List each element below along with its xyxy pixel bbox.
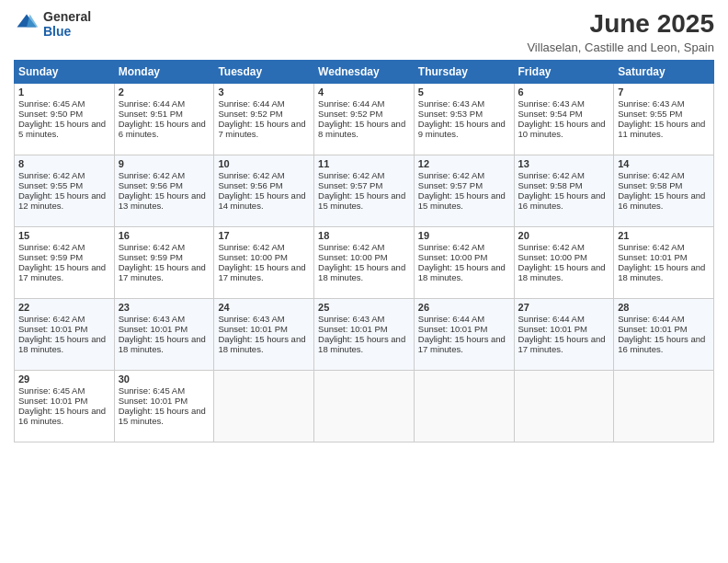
sunrise-text: Sunrise: 6:42 AM xyxy=(18,314,110,324)
sunrise-text: Sunrise: 6:42 AM xyxy=(518,242,610,252)
sunrise-text: Sunrise: 6:42 AM xyxy=(318,242,410,252)
sunrise-text: Sunrise: 6:43 AM xyxy=(418,98,510,109)
sunrise-text: Sunrise: 6:42 AM xyxy=(218,170,310,180)
sunrise-text: Sunrise: 6:45 AM xyxy=(18,98,110,109)
day-number: 6 xyxy=(518,86,610,98)
day-number: 12 xyxy=(418,158,510,169)
weekday-header-thursday: Thursday xyxy=(414,61,514,84)
calendar-cell: 15Sunrise: 6:42 AMSunset: 9:59 PMDayligh… xyxy=(15,227,115,299)
calendar-cell: 28Sunrise: 6:44 AMSunset: 10:01 PMDaylig… xyxy=(614,299,714,371)
sunset-text: Sunset: 10:01 PM xyxy=(119,324,210,334)
daylight-text: Daylight: 15 hours and 18 minutes. xyxy=(119,334,210,354)
svg-marker-1 xyxy=(27,15,38,28)
calendar-cell: 6Sunrise: 6:43 AMSunset: 9:54 PMDaylight… xyxy=(514,84,614,155)
logo: General Blue xyxy=(14,9,91,39)
daylight-text: Daylight: 15 hours and 8 minutes. xyxy=(318,119,410,139)
sunrise-text: Sunrise: 6:44 AM xyxy=(518,314,610,324)
sunrise-text: Sunrise: 6:42 AM xyxy=(119,170,210,180)
calendar-cell: 19Sunrise: 6:42 AMSunset: 10:00 PMDaylig… xyxy=(414,227,514,299)
calendar-cell: 1Sunrise: 6:45 AMSunset: 9:50 PMDaylight… xyxy=(15,84,115,155)
sunrise-text: Sunrise: 6:42 AM xyxy=(418,242,510,252)
sunrise-text: Sunrise: 6:42 AM xyxy=(18,170,110,180)
calendar-cell: 26Sunrise: 6:44 AMSunset: 10:01 PMDaylig… xyxy=(414,299,514,371)
sunset-text: Sunset: 9:58 PM xyxy=(618,180,710,190)
logo-general: General xyxy=(43,9,91,24)
sunrise-text: Sunrise: 6:44 AM xyxy=(418,314,510,324)
daylight-text: Daylight: 15 hours and 6 minutes. xyxy=(119,119,210,139)
daylight-text: Daylight: 15 hours and 13 minutes. xyxy=(119,190,210,211)
calendar-cell xyxy=(314,371,415,442)
sunset-text: Sunset: 10:00 PM xyxy=(318,252,410,262)
sunrise-text: Sunrise: 6:43 AM xyxy=(518,98,610,109)
sunset-text: Sunset: 10:01 PM xyxy=(318,324,410,334)
calendar-cell: 7Sunrise: 6:43 AMSunset: 9:55 PMDaylight… xyxy=(614,84,714,155)
weekday-header-friday: Friday xyxy=(514,61,614,84)
day-number: 29 xyxy=(18,373,110,385)
calendar-row-5: 29Sunrise: 6:45 AMSunset: 10:01 PMDaylig… xyxy=(15,371,714,442)
day-number: 10 xyxy=(218,158,310,169)
sunset-text: Sunset: 9:56 PM xyxy=(218,180,310,190)
daylight-text: Daylight: 15 hours and 18 minutes. xyxy=(318,334,410,354)
daylight-text: Daylight: 15 hours and 15 minutes. xyxy=(418,190,510,211)
day-number: 25 xyxy=(318,302,410,313)
daylight-text: Daylight: 15 hours and 15 minutes. xyxy=(318,190,410,211)
day-number: 11 xyxy=(318,158,410,169)
daylight-text: Daylight: 15 hours and 18 minutes. xyxy=(518,262,610,282)
daylight-text: Daylight: 15 hours and 18 minutes. xyxy=(18,334,110,354)
sunset-text: Sunset: 9:50 PM xyxy=(18,109,110,119)
daylight-text: Daylight: 15 hours and 17 minutes. xyxy=(518,334,610,354)
day-number: 5 xyxy=(418,86,510,98)
day-number: 16 xyxy=(119,230,210,241)
logo-text: General Blue xyxy=(43,9,91,39)
sunrise-text: Sunrise: 6:44 AM xyxy=(618,314,710,324)
day-number: 20 xyxy=(518,230,610,241)
weekday-header-row: SundayMondayTuesdayWednesdayThursdayFrid… xyxy=(15,61,714,84)
sunset-text: Sunset: 9:52 PM xyxy=(218,109,310,119)
daylight-text: Daylight: 15 hours and 12 minutes. xyxy=(18,190,110,211)
daylight-text: Daylight: 15 hours and 18 minutes. xyxy=(418,262,510,282)
day-number: 24 xyxy=(218,302,310,313)
day-number: 14 xyxy=(618,158,710,169)
calendar-cell: 23Sunrise: 6:43 AMSunset: 10:01 PMDaylig… xyxy=(114,299,214,371)
calendar-cell: 25Sunrise: 6:43 AMSunset: 10:01 PMDaylig… xyxy=(314,299,415,371)
day-number: 2 xyxy=(119,86,210,98)
daylight-text: Daylight: 15 hours and 18 minutes. xyxy=(318,262,410,282)
main-title: June 2025 xyxy=(527,9,714,39)
sunset-text: Sunset: 10:01 PM xyxy=(18,396,110,406)
calendar-cell: 3Sunrise: 6:44 AMSunset: 9:52 PMDaylight… xyxy=(214,84,314,155)
calendar-cell: 22Sunrise: 6:42 AMSunset: 10:01 PMDaylig… xyxy=(15,299,115,371)
weekday-header-monday: Monday xyxy=(114,61,214,84)
sunset-text: Sunset: 9:59 PM xyxy=(18,252,110,262)
day-number: 26 xyxy=(418,302,510,313)
day-number: 8 xyxy=(18,158,110,169)
sunrise-text: Sunrise: 6:42 AM xyxy=(119,242,210,252)
sunset-text: Sunset: 9:54 PM xyxy=(518,109,610,119)
weekday-header-sunday: Sunday xyxy=(15,61,115,84)
calendar-table: SundayMondayTuesdayWednesdayThursdayFrid… xyxy=(14,60,714,442)
day-number: 9 xyxy=(119,158,210,169)
day-number: 22 xyxy=(18,302,110,313)
sunset-text: Sunset: 10:01 PM xyxy=(618,324,710,334)
calendar-cell: 14Sunrise: 6:42 AMSunset: 9:58 PMDayligh… xyxy=(614,155,714,227)
daylight-text: Daylight: 15 hours and 16 minutes. xyxy=(618,190,710,211)
sunset-text: Sunset: 9:51 PM xyxy=(119,109,210,119)
sunset-text: Sunset: 10:01 PM xyxy=(218,324,310,334)
calendar-cell: 30Sunrise: 6:45 AMSunset: 10:01 PMDaylig… xyxy=(114,371,214,442)
daylight-text: Daylight: 15 hours and 11 minutes. xyxy=(618,119,710,139)
day-number: 4 xyxy=(318,86,410,98)
calendar-cell: 24Sunrise: 6:43 AMSunset: 10:01 PMDaylig… xyxy=(214,299,314,371)
daylight-text: Daylight: 15 hours and 5 minutes. xyxy=(18,119,110,139)
daylight-text: Daylight: 15 hours and 10 minutes. xyxy=(518,119,610,139)
calendar-cell: 4Sunrise: 6:44 AMSunset: 9:52 PMDaylight… xyxy=(314,84,415,155)
day-number: 19 xyxy=(418,230,510,241)
daylight-text: Daylight: 15 hours and 14 minutes. xyxy=(218,190,310,211)
sunset-text: Sunset: 9:57 PM xyxy=(418,180,510,190)
sunrise-text: Sunrise: 6:44 AM xyxy=(318,98,410,109)
sunset-text: Sunset: 9:52 PM xyxy=(318,109,410,119)
sunrise-text: Sunrise: 6:43 AM xyxy=(218,314,310,324)
header-area: General Blue June 2025 Villaselan, Casti… xyxy=(14,9,714,54)
calendar-cell: 10Sunrise: 6:42 AMSunset: 9:56 PMDayligh… xyxy=(214,155,314,227)
calendar-cell: 20Sunrise: 6:42 AMSunset: 10:00 PMDaylig… xyxy=(514,227,614,299)
calendar-cell xyxy=(614,371,714,442)
subtitle: Villaselan, Castille and Leon, Spain xyxy=(527,40,714,54)
